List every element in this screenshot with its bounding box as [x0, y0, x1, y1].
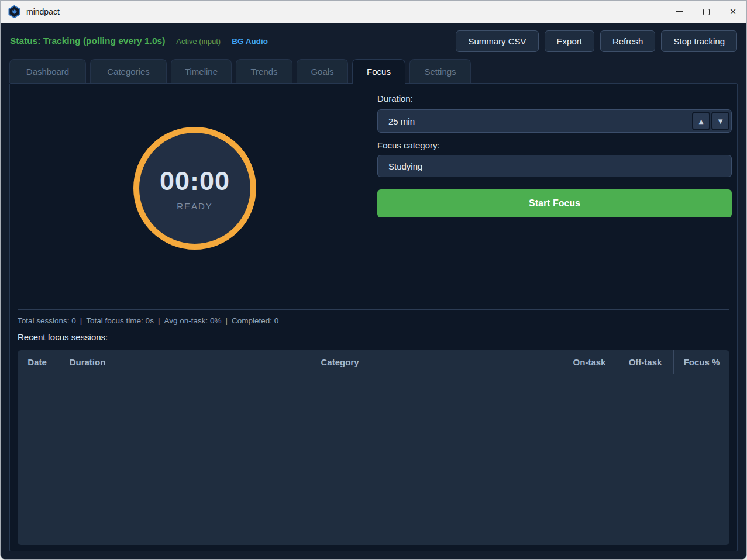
tab-bar: Dashboard Categories Timeline Trends Goa… — [1, 59, 746, 83]
tab-categories[interactable]: Categories — [90, 59, 167, 83]
stats-separator: | — [158, 316, 160, 325]
tab-dashboard[interactable]: Dashboard — [9, 59, 86, 83]
column-header-category[interactable]: Category — [118, 350, 562, 374]
titlebar: mindpact ✕ — [1, 1, 746, 23]
close-icon: ✕ — [729, 8, 736, 16]
tab-trends[interactable]: Trends — [236, 59, 292, 83]
duration-increment-button[interactable]: ▲ — [692, 112, 710, 130]
column-header-date[interactable]: Date — [18, 350, 57, 374]
tab-goals[interactable]: Goals — [297, 59, 348, 83]
summary-csv-button[interactable]: Summary CSV — [456, 30, 538, 52]
duration-label: Duration: — [377, 94, 413, 103]
focus-category-combobox[interactable]: Studying — [377, 155, 732, 177]
tracking-status-text: Status: Tracking (polling every 1.0s) — [10, 36, 165, 46]
column-header-duration[interactable]: Duration — [57, 350, 118, 374]
minimize-button[interactable] — [666, 1, 693, 23]
close-button[interactable]: ✕ — [720, 1, 746, 23]
duration-spinner[interactable]: 25 min ▲ ▼ — [377, 109, 732, 133]
app-logo-icon — [8, 5, 20, 18]
bg-audio-status: BG Audio — [232, 37, 268, 46]
duration-spin-buttons: ▲ ▼ — [692, 112, 731, 130]
timer-state-label: READY — [177, 201, 213, 211]
minimize-icon — [676, 11, 683, 12]
stat-completed: Completed: 0 — [232, 316, 278, 325]
input-activity-status: Active (input) — [176, 37, 221, 46]
focus-timer-circle: 00:00 READY — [133, 127, 256, 250]
recent-sessions-table: Date Duration Category On-task Off-task … — [18, 350, 729, 545]
focus-category-value: Studying — [378, 161, 422, 171]
table-header-row: Date Duration Category On-task Off-task … — [18, 350, 729, 374]
duration-value: 25 min — [378, 116, 415, 126]
maximize-icon — [703, 9, 710, 15]
tab-focus[interactable]: Focus — [352, 59, 405, 84]
panel-divider — [18, 309, 729, 310]
tab-timeline[interactable]: Timeline — [171, 59, 232, 83]
arrow-down-icon: ▼ — [718, 118, 723, 125]
focus-category-label: Focus category: — [377, 140, 440, 150]
stat-avg-on-task: Avg on-task: 0% — [164, 316, 221, 325]
stats-separator: | — [225, 316, 228, 325]
recent-sessions-label: Recent focus sessions: — [18, 332, 108, 342]
column-header-focus-pct[interactable]: Focus % — [674, 350, 729, 374]
maximize-button[interactable] — [693, 1, 720, 23]
column-header-on-task[interactable]: On-task — [562, 350, 617, 374]
tab-settings[interactable]: Settings — [409, 59, 471, 83]
start-focus-button[interactable]: Start Focus — [377, 189, 732, 217]
export-button[interactable]: Export — [545, 30, 594, 52]
stats-separator: | — [80, 316, 82, 325]
stat-total-sessions: Total sessions: 0 — [18, 316, 76, 325]
window-title: mindpact — [26, 7, 60, 16]
arrow-up-icon: ▲ — [699, 118, 704, 125]
focus-tab-panel: 00:00 READY Duration: 25 min ▲ ▼ Focus c… — [9, 83, 738, 551]
stat-total-focus-time: Total focus time: 0s — [86, 316, 154, 325]
duration-decrement-button[interactable]: ▼ — [711, 112, 729, 130]
stop-tracking-button[interactable]: Stop tracking — [661, 30, 737, 52]
status-row: Status: Tracking (polling every 1.0s) Ac… — [1, 23, 746, 59]
column-header-off-task[interactable]: Off-task — [617, 350, 674, 374]
table-body-empty — [18, 374, 729, 545]
session-stats-line: Total sessions: 0|Total focus time: 0s|A… — [18, 316, 278, 325]
timer-time-display: 00:00 — [160, 166, 230, 196]
app-window: mindpact ✕ Status: Tracking (polling eve… — [0, 0, 747, 560]
refresh-button[interactable]: Refresh — [600, 30, 656, 52]
toolbar: Summary CSV Export Refresh Stop tracking — [456, 30, 737, 52]
